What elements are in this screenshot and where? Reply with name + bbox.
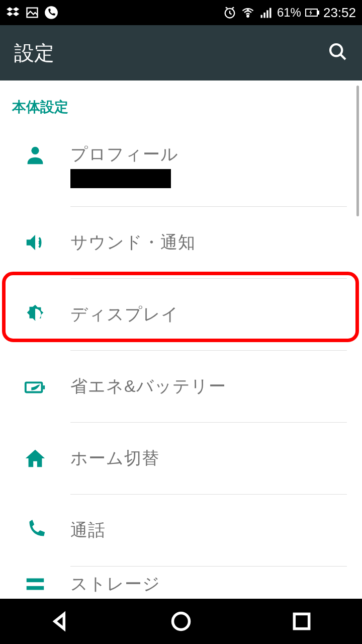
signal-icon (259, 6, 273, 20)
svg-rect-6 (266, 10, 268, 18)
image-icon (25, 6, 39, 20)
profile-value-redacted (70, 169, 171, 188)
list-item-battery[interactable]: 省エネ&バッテリー (0, 351, 362, 422)
svg-rect-16 (27, 586, 44, 590)
list-item-profile[interactable]: プロフィール (0, 126, 362, 206)
person-icon (24, 143, 47, 166)
svg-rect-4 (260, 15, 262, 18)
svg-point-1 (45, 6, 58, 19)
list-item-label: プロフィール (70, 143, 362, 166)
battery-percent: 61% (277, 6, 301, 20)
list-item-storage[interactable]: ストレージ (0, 567, 362, 592)
list-item-label: ディスプレイ (70, 303, 362, 326)
battery-charging-icon (305, 6, 319, 20)
svg-rect-7 (269, 8, 272, 18)
phone-circle-icon (44, 6, 58, 20)
phone-icon (24, 519, 47, 542)
nav-recent-button[interactable] (274, 606, 329, 636)
svg-rect-18 (294, 614, 309, 628)
back-icon (49, 610, 71, 632)
alarm-icon (223, 6, 237, 20)
volume-icon (24, 231, 47, 254)
svg-rect-9 (318, 11, 319, 14)
list-item-label: 省エネ&バッテリー (70, 375, 362, 398)
svg-point-3 (247, 15, 249, 17)
eco-battery-icon (24, 375, 47, 398)
svg-rect-5 (263, 13, 265, 18)
scroll-indicator (356, 86, 359, 216)
search-icon (328, 42, 348, 62)
svg-line-11 (340, 54, 345, 59)
svg-rect-14 (43, 385, 45, 389)
list-item-label: サウンド・通知 (70, 231, 362, 254)
brightness-icon (24, 303, 47, 326)
settings-list: 本体設定 プロフィール サウンド・通知 ディスプレイ (0, 80, 362, 599)
list-item-label: ホーム切替 (70, 447, 362, 470)
navigation-bar (0, 599, 362, 644)
app-bar: 設定 (0, 25, 362, 80)
nav-home-button[interactable] (153, 606, 209, 636)
list-item-label: ストレージ (70, 573, 362, 596)
wifi-icon (241, 6, 255, 20)
section-header-device: 本体設定 (0, 80, 362, 126)
nav-back-button[interactable] (33, 606, 88, 636)
status-time: 23:52 (323, 5, 356, 21)
circle-icon (170, 610, 192, 632)
svg-rect-15 (27, 579, 44, 583)
list-item-label: 通話 (70, 519, 362, 542)
list-item-home[interactable]: ホーム切替 (0, 423, 362, 494)
storage-icon (24, 573, 47, 596)
status-bar: 61% 23:52 (0, 0, 362, 25)
list-item-sound[interactable]: サウンド・通知 (0, 207, 362, 278)
svg-point-12 (31, 147, 39, 154)
svg-point-10 (330, 44, 342, 56)
dropbox-icon (6, 6, 20, 20)
page-title: 設定 (14, 39, 54, 67)
svg-point-17 (173, 613, 190, 630)
search-button[interactable] (328, 42, 348, 64)
home-icon (24, 447, 47, 470)
list-item-call[interactable]: 通話 (0, 495, 362, 566)
square-icon (291, 610, 313, 632)
list-item-display[interactable]: ディスプレイ (0, 279, 362, 350)
